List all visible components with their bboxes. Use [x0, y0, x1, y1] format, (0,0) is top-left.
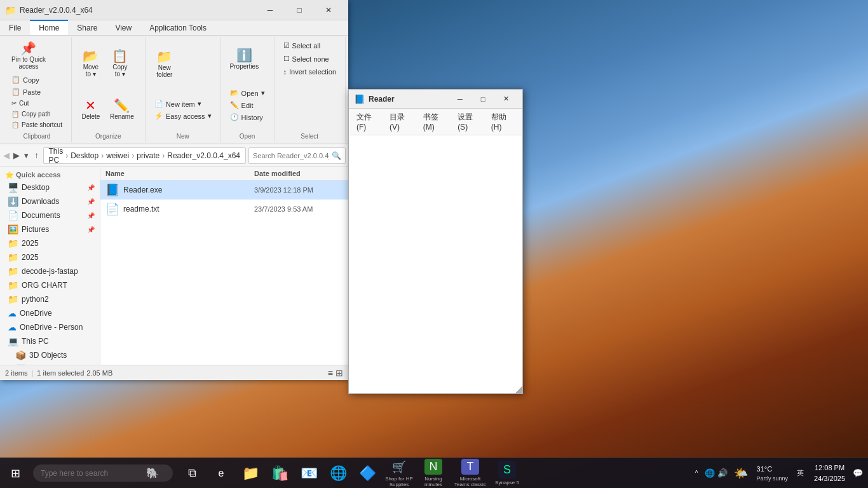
sidebar-item-2025b[interactable]: 📁 2025 [0, 250, 100, 264]
sidebar-item-python2[interactable]: 📁 python2 [0, 292, 100, 306]
large-icon-view-icon[interactable]: ⊞ [336, 368, 343, 378]
sidebar-item-pictures[interactable]: 🖼️ Pictures 📌 [0, 222, 100, 236]
tab-home[interactable]: Home [30, 20, 68, 35]
weather-info[interactable]: 31°C Partly sunny [754, 464, 791, 483]
col-name-header[interactable]: Name [105, 170, 254, 177]
breadcrumb-private[interactable]: private [137, 151, 159, 160]
breadcrumb-desktop[interactable]: Desktop [71, 151, 98, 160]
easy-access-button[interactable]: ⚡ Easy access ▾ [151, 110, 215, 122]
maximize-button[interactable]: □ [285, 0, 314, 20]
taskbar-store[interactable]: 🛍️ [266, 459, 294, 487]
forward-button[interactable]: ▶ [13, 147, 20, 165]
nursing-label: Nursing minutes [424, 476, 442, 487]
search-input[interactable] [253, 152, 329, 159]
new-folder-button[interactable]: 📁 Newfolder [151, 48, 179, 81]
minimize-button[interactable]: ─ [255, 0, 285, 20]
network-icon[interactable]: 🌐 [705, 468, 715, 478]
reader-exe-icon: 📘 [105, 183, 119, 197]
select-none-button[interactable]: ☐ Select none [280, 53, 333, 65]
paste-shortcut-button[interactable]: 📋 Paste shortcut [8, 119, 66, 130]
breadcrumb[interactable]: This PC › Desktop › weiwei › private › R… [43, 147, 247, 164]
breadcrumb-this-pc[interactable]: This PC [49, 147, 64, 165]
new-items: 📁 Newfolder 📄 New item ▾ ⚡ Easy access ▾ [151, 39, 215, 130]
new-item-button[interactable]: 📄 New item ▾ [151, 98, 215, 110]
taskbar-chrome[interactable]: 🌐 [324, 459, 352, 487]
reader-resize-handle[interactable] [515, 386, 522, 393]
delete-button[interactable]: ✕ Delete [77, 97, 105, 123]
properties-button[interactable]: ℹ️ Properties [226, 46, 263, 72]
new-folder-icon: 📁 [156, 50, 172, 63]
up-button[interactable]: ↑ [33, 147, 41, 165]
sidebar-item-2025a[interactable]: 📁 2025 [0, 236, 100, 250]
start-button[interactable]: ⊞ [0, 458, 31, 489]
sidebar-item-documents[interactable]: 📄 Documents 📌 [0, 208, 100, 222]
reader-minimize-button[interactable]: ─ [449, 90, 471, 109]
reader-menu-settings[interactable]: 设置(S) [452, 110, 486, 133]
taskbar-app6[interactable]: 🔷 [353, 459, 381, 487]
new-item-icon: 📄 [154, 100, 163, 108]
paste-button[interactable]: 📋 Paste [8, 86, 66, 98]
file-row-readme[interactable]: 📄 readme.txt 23/7/2023 9:53 AM [100, 200, 348, 219]
taskbar-task-view[interactable]: ⧉ [178, 459, 206, 487]
sidebar-item-onedrive-personal[interactable]: ☁ OneDrive - Person [0, 320, 100, 334]
sidebar-item-org-chart[interactable]: 📁 ORG CHART [0, 278, 100, 292]
reader-close-button[interactable]: ✕ [494, 90, 517, 109]
recent-locations-button[interactable]: ▾ [23, 147, 31, 165]
select-all-button[interactable]: ☑ Select all [280, 39, 325, 51]
cut-button[interactable]: ✂ Cut [8, 98, 66, 109]
select-all-icon: ☑ [283, 41, 290, 50]
volume-icon[interactable]: 🔊 [717, 468, 728, 478]
sidebar-item-downloads[interactable]: ⬇️ Downloads 📌 [0, 194, 100, 208]
pin-to-quick-access-button[interactable]: 📌 Pin to Quick access [8, 39, 50, 72]
notification-icon[interactable]: 💬 [853, 468, 863, 478]
col-date-header[interactable]: Date modified [254, 170, 343, 177]
clock[interactable]: 12:08 PM 24/3/2025 [810, 463, 849, 484]
reader-menu-file[interactable]: 文件(F) [351, 110, 384, 133]
explorer-titlebar: 📁 Reader_v2.0.0.4_x64 ─ □ ✕ [0, 0, 348, 20]
open-button[interactable]: 📂 Open ▾ [226, 87, 269, 99]
sidebar-item-onedrive[interactable]: ☁ OneDrive [0, 306, 100, 320]
tab-file[interactable]: File [0, 20, 30, 35]
invert-selection-button[interactable]: ↕ Invert selection [280, 66, 340, 78]
new-label: New [177, 130, 189, 140]
copy-to-button[interactable]: 📋 Copyto ▾ [106, 47, 134, 80]
copy-button[interactable]: 📋 Copy [8, 74, 66, 86]
taskbar-folder[interactable]: 📁 [236, 459, 264, 487]
file-row-reader-exe[interactable]: 📘 Reader.exe 3/9/2023 12:18 PM [100, 180, 348, 200]
rename-button[interactable]: ✏️ Rename [106, 97, 138, 123]
history-button[interactable]: 🕐 History [226, 111, 269, 123]
taskbar-search-input[interactable] [41, 469, 142, 478]
taskbar-outlook[interactable]: 📧 [295, 459, 323, 487]
reader-menu-catalog[interactable]: 目录(V) [384, 110, 418, 133]
breadcrumb-folder[interactable]: Reader_v2.0.0.4_x64 [167, 151, 240, 160]
reader-menu-bookmark[interactable]: 书签(M) [418, 110, 452, 133]
explorer-title-icon: 📁 [5, 5, 16, 15]
back-button[interactable]: ◀ [3, 147, 10, 165]
taskbar-synapse[interactable]: S Synapse 5 [491, 459, 524, 487]
search-box[interactable]: 🔍 [248, 147, 346, 164]
taskbar-search[interactable]: 🐘 [33, 464, 173, 482]
move-to-button[interactable]: 📂 Moveto ▾ [77, 47, 105, 80]
taskbar-edge[interactable]: e [207, 459, 235, 487]
clipboard-extra: ✂ Cut 📋 Copy path 📋 Paste shortcut [8, 98, 66, 130]
ime-icon[interactable]: 英 [794, 467, 806, 479]
sidebar-item-desktop[interactable]: 🖥️ Desktop 📌 [0, 180, 100, 194]
tab-application-tools[interactable]: Application Tools [140, 20, 215, 35]
sidebar-item-3d-objects[interactable]: 📦 3D Objects [0, 348, 100, 362]
copy-path-button[interactable]: 📋 Copy path [8, 109, 66, 119]
breadcrumb-weiwei[interactable]: weiwei [106, 151, 129, 160]
tab-view[interactable]: View [106, 20, 140, 35]
close-button[interactable]: ✕ [314, 0, 343, 20]
details-view-icon[interactable]: ≡ [328, 368, 333, 378]
taskbar-shop-hp[interactable]: 🛒 Shop for HP Supplies [383, 459, 416, 487]
tab-share[interactable]: Share [68, 20, 106, 35]
reader-menu-help[interactable]: 帮助(H) [486, 110, 520, 133]
tray-overflow-button[interactable]: ^ [695, 470, 698, 477]
edit-button[interactable]: ✏️ Edit [226, 99, 269, 111]
rename-icon: ✏️ [114, 99, 130, 112]
taskbar-teams[interactable]: T Microsoft Teams classic [451, 459, 489, 487]
sidebar-item-this-pc[interactable]: 💻 This PC [0, 334, 100, 348]
reader-maximize-button[interactable]: □ [471, 90, 494, 109]
taskbar-nursing[interactable]: N Nursing minutes [417, 459, 450, 487]
sidebar-item-decode[interactable]: 📁 decode-js-fastap [0, 264, 100, 278]
